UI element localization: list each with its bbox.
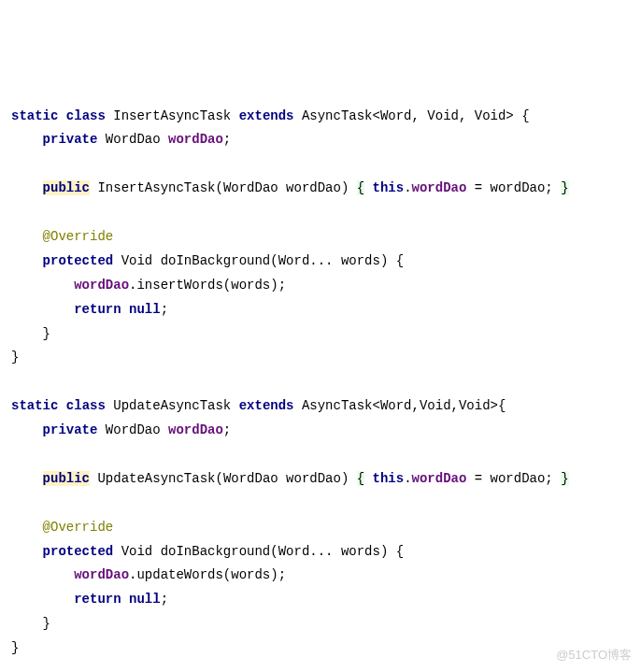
keyword-this: this [373, 180, 405, 195]
keyword-protected: protected [43, 544, 114, 559]
semicolon: ; [278, 278, 286, 293]
keyword-private: private [43, 422, 98, 437]
semicolon: ; [278, 567, 286, 582]
brace: { [396, 544, 404, 559]
field-worddao: wordDao [168, 422, 223, 437]
type-void: Void [121, 253, 153, 268]
method-call: updateWords [136, 567, 222, 582]
type-worddao: WordDao [223, 471, 278, 486]
keyword-static: static [11, 398, 58, 413]
brace: } [43, 616, 50, 631]
assignment: = wordDao; [466, 180, 561, 195]
brace: } [561, 180, 568, 195]
watermark-text: @51CTO博客 [556, 644, 632, 666]
paren: ( [270, 253, 278, 268]
type-asynctask: AsyncTask<Word, Void, Void> [302, 108, 514, 123]
keyword-return: return [74, 592, 121, 607]
dot: . [404, 471, 411, 486]
class-name: UpdateAsyncTask [113, 398, 231, 413]
keyword-null: null [129, 592, 161, 607]
keyword-return: return [74, 302, 121, 317]
brace: { [498, 398, 506, 413]
paren: ( [223, 278, 231, 293]
type-worddao: WordDao [106, 422, 161, 437]
assignment: = wordDao; [466, 471, 561, 486]
class-name: InsertAsyncTask [113, 108, 231, 123]
brace: } [11, 640, 19, 655]
keyword-this: this [373, 471, 405, 486]
field-worddao: wordDao [412, 180, 467, 195]
code-block: static class InsertAsyncTask extends Asy… [11, 105, 630, 672]
annotation-override: @Override [43, 520, 114, 535]
brace: } [11, 350, 19, 365]
arg: words [231, 567, 270, 582]
brace: { [357, 180, 364, 195]
paren: ( [223, 567, 231, 582]
type-worddao: WordDao [106, 132, 161, 147]
keyword-static: static [11, 108, 58, 123]
param: words [341, 253, 380, 268]
brace: { [357, 471, 364, 486]
brace: { [396, 253, 404, 268]
keyword-class: class [66, 108, 106, 123]
keyword-public: public [43, 471, 90, 486]
constructor-name: InsertAsyncTask [97, 180, 215, 195]
brace: } [561, 471, 568, 486]
field-worddao: wordDao [412, 471, 467, 486]
keyword-extends: extends [239, 398, 294, 413]
method-name: doInBackground [161, 544, 271, 559]
brace: { [521, 108, 529, 123]
field-worddao: wordDao [168, 132, 223, 147]
field-worddao: wordDao [74, 567, 129, 582]
keyword-protected: protected [43, 253, 114, 268]
paren: ) [270, 278, 278, 293]
param: wordDao [286, 471, 341, 486]
method-name: doInBackground [161, 253, 271, 268]
semicolon: ; [161, 302, 168, 317]
constructor-name: UpdateAsyncTask [97, 471, 215, 486]
semicolon: ; [161, 592, 168, 607]
keyword-public: public [43, 180, 90, 195]
dot: . [404, 180, 411, 195]
keyword-private: private [43, 132, 98, 147]
paren: ( [215, 180, 222, 195]
paren: ) [341, 471, 349, 486]
keyword-class: class [66, 398, 106, 413]
param: words [341, 544, 380, 559]
type-void: Void [121, 544, 153, 559]
paren: ( [270, 544, 278, 559]
keyword-null: null [129, 302, 161, 317]
semicolon: ; [223, 422, 231, 437]
method-call: insertWords [136, 278, 222, 293]
arg: words [231, 278, 270, 293]
param: wordDao [286, 180, 341, 195]
keyword-extends: extends [239, 108, 294, 123]
varargs: ... [309, 544, 341, 559]
paren: ) [380, 544, 388, 559]
type-worddao: WordDao [223, 180, 278, 195]
field-worddao: wordDao [74, 278, 129, 293]
varargs: ... [309, 253, 341, 268]
type-word: Word [278, 544, 310, 559]
brace: } [43, 326, 50, 341]
paren: ) [341, 180, 349, 195]
paren: ) [380, 253, 388, 268]
annotation-override: @Override [43, 229, 114, 244]
paren: ) [270, 567, 278, 582]
paren: ( [215, 471, 222, 486]
type-asynctask: AsyncTask<Word,Void,Void> [302, 398, 498, 413]
semicolon: ; [223, 132, 231, 147]
type-word: Word [278, 253, 310, 268]
